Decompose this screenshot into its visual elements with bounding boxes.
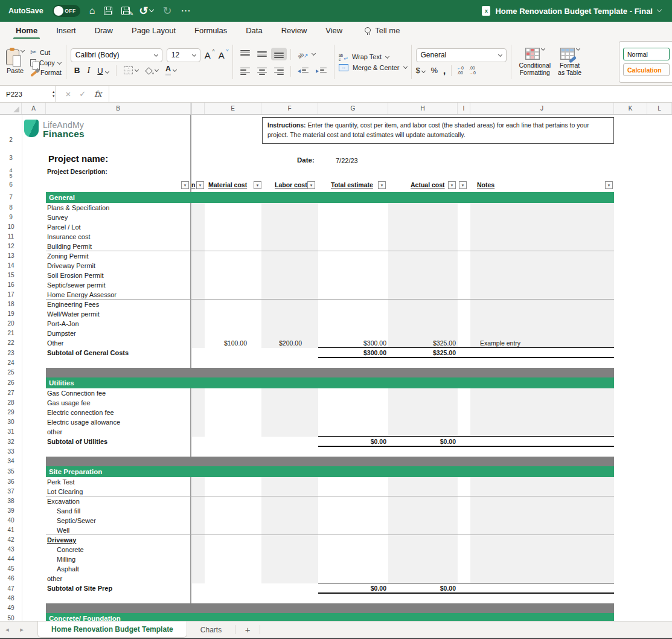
column-header-L[interactable]: L bbox=[647, 103, 672, 114]
row-header-42[interactable]: 42 bbox=[0, 535, 22, 545]
filter-dropdown-total-estimate[interactable]: ▼ bbox=[378, 181, 386, 189]
item-label-cell[interactable]: Asphalt bbox=[57, 564, 79, 574]
item-label-cell[interactable]: Driveway bbox=[47, 535, 76, 545]
item-label-cell[interactable]: Survey bbox=[47, 213, 68, 222]
filter-dropdown-material-cost[interactable]: ▼ bbox=[254, 181, 261, 189]
item-label-cell[interactable]: Port-A-Jon bbox=[47, 319, 79, 329]
column-header-K[interactable]: K bbox=[614, 103, 647, 114]
row-header-38[interactable]: 38 bbox=[0, 496, 22, 506]
column-header-hidden[interactable] bbox=[192, 103, 205, 114]
undo-button[interactable]: ↺ bbox=[139, 5, 153, 16]
item-label-cell[interactable]: Milling bbox=[57, 554, 75, 564]
add-sheet-button[interactable]: + bbox=[235, 621, 260, 638]
item-label-cell[interactable]: Building Permit bbox=[47, 242, 92, 251]
conditional-formatting-button[interactable]: ConditionalFormatting bbox=[516, 41, 555, 83]
tab-data[interactable]: Data bbox=[245, 23, 263, 38]
insert-function-icon[interactable]: fx bbox=[94, 89, 101, 98]
row-header-50[interactable]: 50 bbox=[0, 613, 22, 621]
column-header-B[interactable]: B bbox=[46, 103, 191, 114]
borders-button[interactable] bbox=[124, 66, 138, 74]
row-header-3[interactable]: 3 bbox=[0, 155, 22, 161]
row-header-19[interactable]: 19 bbox=[0, 309, 22, 319]
text-orientation-button[interactable] bbox=[295, 47, 312, 62]
value-cell-f[interactable]: $200.00 bbox=[261, 338, 302, 348]
align-bottom-button[interactable] bbox=[271, 48, 287, 60]
tabs-scroll-left-icon[interactable]: ◂ bbox=[0, 621, 14, 638]
value-cell-h[interactable]: $325.00 bbox=[388, 338, 456, 348]
item-label-cell[interactable]: Dumpster bbox=[47, 329, 76, 338]
filter-dropdown-actual-cost[interactable]: ▼ bbox=[448, 181, 456, 189]
paste-button[interactable]: Paste bbox=[5, 48, 25, 75]
row-header-12[interactable]: 12 bbox=[0, 242, 22, 251]
item-label-cell[interactable]: Soil Erosion Permit bbox=[47, 271, 104, 280]
row-header-17[interactable]: 17 bbox=[0, 290, 22, 300]
row-header-30[interactable]: 30 bbox=[0, 417, 22, 427]
redo-button[interactable]: ↻ bbox=[162, 5, 171, 16]
tab-page-layout[interactable]: Page Layout bbox=[130, 23, 177, 38]
item-label-cell[interactable]: Sand fill bbox=[57, 506, 80, 516]
item-label-cell[interactable]: Electric connection fee bbox=[47, 408, 114, 417]
filter-header-notes[interactable]: Notes bbox=[477, 181, 494, 188]
filter-header-material-cost[interactable]: Material cost bbox=[208, 181, 247, 188]
tab-view[interactable]: View bbox=[324, 23, 344, 38]
row-header-45[interactable]: 45 bbox=[0, 564, 22, 574]
value-cell-g[interactable]: $300.00 bbox=[318, 338, 386, 348]
column-header-H[interactable]: H bbox=[388, 103, 458, 114]
column-header-F[interactable]: F bbox=[261, 103, 318, 114]
project-name-label[interactable]: Project name: bbox=[48, 153, 108, 164]
item-label-cell[interactable]: other bbox=[47, 427, 62, 437]
row-header-16[interactable]: 16 bbox=[0, 280, 22, 290]
tell-me[interactable]: Tell me bbox=[365, 26, 400, 35]
row-header-7[interactable]: 7 bbox=[0, 192, 22, 203]
currency-format-button[interactable]: $ bbox=[416, 66, 426, 75]
name-box[interactable]: P223 bbox=[0, 91, 43, 98]
formula-input[interactable] bbox=[109, 86, 672, 102]
row-header-8[interactable]: 8 bbox=[0, 203, 22, 213]
filter-dropdown-notes[interactable]: ▼ bbox=[605, 181, 613, 189]
filter-dropdown-col-i[interactable]: ▼ bbox=[459, 181, 467, 189]
increase-font-size-button[interactable]: A˄ bbox=[205, 50, 214, 60]
tab-home[interactable]: Home bbox=[14, 23, 39, 38]
row-header-11[interactable]: 11 bbox=[0, 232, 22, 242]
merge-center-button[interactable]: Merge & Center bbox=[339, 64, 407, 71]
item-label-cell[interactable]: Plans & Specification bbox=[47, 203, 109, 213]
section-header-row[interactable]: Concrete/ Foundation bbox=[46, 613, 614, 621]
row-header-37[interactable]: 37 bbox=[0, 487, 22, 496]
row-header-24[interactable]: 24 bbox=[0, 358, 22, 368]
autosave-toggle[interactable]: OFF bbox=[53, 5, 80, 17]
row-header-10[interactable]: 10 bbox=[0, 222, 22, 232]
row-header-2[interactable]: 2 bbox=[0, 136, 22, 143]
item-label-cell[interactable]: Engineering Fees bbox=[47, 300, 99, 309]
item-label-cell[interactable]: Parcel / Lot bbox=[47, 222, 81, 232]
item-label-cell[interactable]: Perk Test bbox=[47, 477, 75, 487]
row-header-41[interactable]: 41 bbox=[0, 525, 22, 535]
item-label-cell[interactable]: Lot Clearing bbox=[47, 487, 83, 496]
section-header-row[interactable]: Site Preparation bbox=[46, 466, 614, 477]
filter-dropdown-labor-cost[interactable]: ▼ bbox=[307, 181, 315, 189]
item-label-cell[interactable]: Gas usage fee bbox=[47, 398, 91, 408]
column-header-I[interactable]: I bbox=[458, 103, 470, 114]
row-header-39[interactable]: 39 bbox=[0, 506, 22, 516]
tabs-scroll-right-icon[interactable]: ▸ bbox=[14, 621, 29, 638]
row-header-31[interactable]: 31 bbox=[0, 427, 22, 437]
more-commands-icon[interactable]: ⋯ bbox=[181, 6, 191, 16]
cut-button[interactable]: ✂Cut bbox=[30, 48, 62, 57]
row-header-34[interactable]: 34 bbox=[0, 457, 22, 466]
column-header-A[interactable]: A bbox=[22, 103, 46, 114]
date-value[interactable]: 7/22/23 bbox=[336, 157, 358, 164]
font-size-select[interactable]: 12 bbox=[167, 48, 200, 62]
item-label-cell[interactable]: Home Energy Assessor bbox=[47, 290, 117, 300]
item-label-cell[interactable]: other bbox=[47, 574, 62, 583]
item-label-cell[interactable]: Zoning Permit bbox=[47, 251, 88, 261]
item-label-cell[interactable]: Electric usage allowance bbox=[47, 417, 120, 427]
decrease-decimal-button[interactable]: .00→0 bbox=[469, 66, 476, 75]
notes-cell[interactable]: Example entry bbox=[480, 338, 520, 348]
filter-dropdown-col-d[interactable]: ▼ bbox=[196, 181, 204, 189]
item-label-cell[interactable]: Excavation bbox=[47, 496, 80, 506]
select-all-corner[interactable] bbox=[0, 103, 22, 114]
item-label-cell[interactable]: Driveway Permit bbox=[47, 261, 95, 271]
tab-review[interactable]: Review bbox=[280, 23, 309, 38]
row-header-36[interactable]: 36 bbox=[0, 477, 22, 487]
item-label-cell[interactable]: Other bbox=[47, 338, 64, 348]
row-header-43[interactable]: 43 bbox=[0, 545, 22, 554]
